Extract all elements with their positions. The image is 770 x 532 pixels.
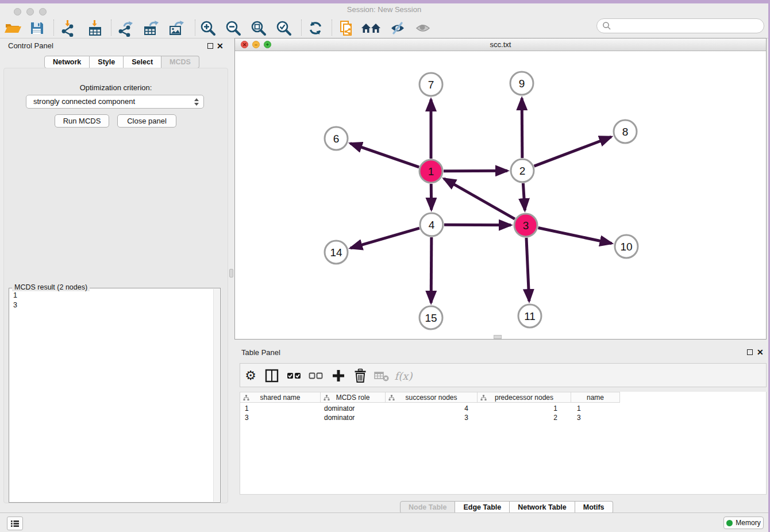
- zoom-in-button[interactable]: [199, 19, 217, 37]
- dropdown-spinner-icon: [194, 98, 199, 106]
- control-panel-tabs: Network Style Select MCDS: [44, 56, 199, 68]
- graph-edge-4-15[interactable]: [431, 237, 432, 303]
- tab-edge-table[interactable]: Edge Table: [455, 501, 510, 514]
- graph-node-label: 4: [429, 219, 435, 231]
- network-maximize-button[interactable]: +: [264, 41, 271, 48]
- tab-network-table[interactable]: Network Table: [510, 501, 575, 514]
- canvas-splitter-handle[interactable]: [494, 335, 502, 339]
- deselect-all-button[interactable]: [307, 367, 325, 385]
- close-panel-button[interactable]: Close panel: [117, 114, 176, 128]
- graph-edge-1-2[interactable]: [444, 171, 507, 171]
- tab-network[interactable]: Network: [44, 56, 90, 68]
- zoom-selected-button[interactable]: [275, 19, 293, 37]
- table-panel-close-button[interactable]: ✕: [757, 348, 764, 356]
- graph-node-label: 14: [330, 246, 342, 259]
- optimization-criterion-label: Optimization criterion:: [4, 83, 228, 92]
- function-builder-button[interactable]: f(x): [394, 367, 413, 385]
- search-input[interactable]: [596, 18, 764, 33]
- delete-row-button[interactable]: [351, 367, 369, 385]
- memory-button[interactable]: Memory: [723, 516, 764, 529]
- graph-node-7[interactable]: 7: [419, 73, 442, 96]
- plus-icon: [331, 368, 346, 383]
- tab-style[interactable]: Style: [90, 56, 124, 68]
- network-canvas[interactable]: 1234678910111415: [235, 51, 766, 339]
- split-columns-icon: [264, 368, 279, 383]
- tab-motifs[interactable]: Motifs: [575, 501, 613, 514]
- destroy-table-button[interactable]: [372, 367, 391, 385]
- control-panel-close-button[interactable]: ✕: [217, 42, 224, 50]
- open-session-button[interactable]: [3, 19, 22, 37]
- network-close-button[interactable]: ✕: [241, 41, 248, 48]
- show-graphics-details-button[interactable]: [414, 19, 432, 37]
- criterion-dropdown[interactable]: strongly connected component: [26, 95, 204, 109]
- mcds-result-legend: MCDS result (2 nodes): [12, 283, 90, 291]
- export-image-button[interactable]: [167, 19, 185, 37]
- graph-node-6[interactable]: 6: [325, 127, 348, 150]
- cell-predecessor-nodes: 2: [478, 413, 571, 422]
- memory-status-dot: [726, 520, 733, 526]
- column-header-shared-name[interactable]: shared name: [240, 392, 321, 403]
- desktop: Session: New Session: [0, 0, 770, 532]
- import-table-button[interactable]: [86, 19, 104, 37]
- graph-node-14[interactable]: 14: [325, 241, 348, 264]
- graph-node-10[interactable]: 10: [615, 235, 638, 258]
- panel-splitter-handle[interactable]: [229, 269, 233, 277]
- control-panel-float-button[interactable]: [207, 43, 213, 49]
- toolbar-separator: [332, 20, 332, 36]
- mcds-result-text[interactable]: 1 3: [13, 291, 17, 310]
- column-header-predecessor-nodes[interactable]: predecessor nodes: [478, 392, 571, 403]
- save-floppy-icon: [28, 20, 45, 37]
- graph-node-4[interactable]: 4: [420, 213, 443, 236]
- table-panel-title: Table Panel: [241, 348, 280, 357]
- run-mcds-button[interactable]: Run MCDS: [55, 114, 109, 128]
- column-header-mcds-role[interactable]: MCDS role: [321, 392, 386, 403]
- main-titlebar: Session: New Session: [0, 3, 768, 16]
- export-table-button[interactable]: [141, 19, 160, 37]
- graph-edge-3-1[interactable]: [444, 179, 515, 219]
- network-minimize-button[interactable]: −: [252, 41, 260, 48]
- save-session-button[interactable]: [28, 19, 46, 37]
- graph-node-9[interactable]: 9: [510, 72, 533, 95]
- graph-node-15[interactable]: 15: [419, 306, 442, 329]
- split-columns-button[interactable]: [263, 367, 281, 385]
- column-header-successor-nodes[interactable]: successor nodes: [386, 392, 478, 403]
- zoom-fit-button[interactable]: [249, 19, 268, 37]
- select-all-button[interactable]: [285, 367, 303, 385]
- graph-edge-3-10[interactable]: [538, 228, 612, 244]
- column-header-name[interactable]: name: [571, 392, 620, 403]
- graph-edge-2-8[interactable]: [534, 137, 611, 166]
- task-history-button[interactable]: [7, 516, 23, 530]
- clone-network-button[interactable]: [338, 19, 356, 37]
- window-title: Session: New Session: [0, 3, 768, 16]
- apply-layout-button[interactable]: [306, 19, 325, 37]
- graph-edge-3-11[interactable]: [526, 238, 529, 301]
- tab-node-table[interactable]: Node Table: [400, 501, 455, 514]
- table-row[interactable]: 1 dominator 4 1 1: [240, 404, 620, 413]
- graph-edge-2-9[interactable]: [522, 98, 522, 158]
- export-image-icon: [167, 20, 184, 37]
- gear-icon: ⚙: [245, 367, 256, 384]
- export-network-button[interactable]: [116, 19, 134, 37]
- main-toolbar: [0, 16, 768, 38]
- table-settings-button[interactable]: ⚙: [241, 367, 260, 385]
- table-panel-float-button[interactable]: [747, 349, 753, 355]
- graph-node-8[interactable]: 8: [614, 120, 637, 143]
- tab-select[interactable]: Select: [124, 56, 161, 68]
- table-row[interactable]: 3 dominator 3 2 3: [240, 413, 620, 422]
- criterion-value: strongly connected component: [33, 97, 135, 106]
- graph-edge-4-14[interactable]: [351, 228, 419, 248]
- graph-node-3[interactable]: 3: [514, 214, 537, 237]
- graph-node-1[interactable]: 1: [419, 160, 442, 183]
- graph-edge-2-3[interactable]: [523, 183, 525, 210]
- add-row-button[interactable]: [329, 367, 348, 385]
- zoom-out-button[interactable]: [224, 19, 242, 37]
- home-button[interactable]: [362, 19, 380, 37]
- result-scrollbar[interactable]: [213, 289, 220, 502]
- graph-edge-1-6[interactable]: [351, 143, 419, 167]
- import-network-button[interactable]: [59, 19, 77, 37]
- tab-mcds[interactable]: MCDS: [161, 56, 199, 68]
- hide-graphics-details-button[interactable]: [388, 19, 407, 37]
- graph-node-2[interactable]: 2: [511, 159, 534, 182]
- graph-node-11[interactable]: 11: [518, 304, 541, 327]
- graph-edge-4-3[interactable]: [444, 225, 511, 225]
